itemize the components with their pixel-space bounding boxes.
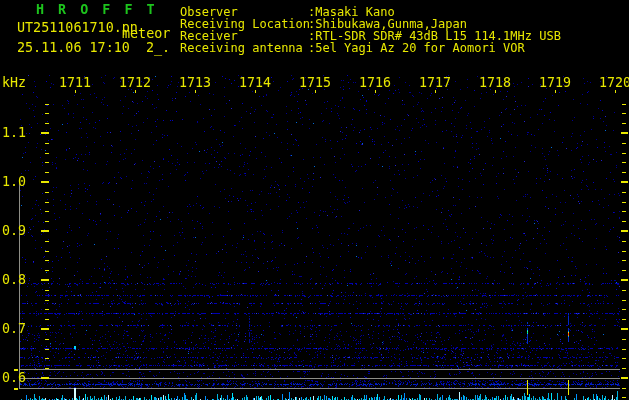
time-tick-label: 1715: [299, 76, 331, 89]
time-tick-label: 1718: [479, 76, 511, 89]
time-tick-label: 1712: [119, 76, 151, 89]
info-label: Receiving antenna: [180, 42, 303, 54]
freq-tick-label: 0.8: [2, 273, 26, 286]
freq-tick-label: 0.7: [2, 322, 26, 335]
time-tick-label: 1714: [239, 76, 271, 89]
freq-tick-label: 1.1: [2, 126, 26, 139]
hrofft-window: H R O F F T UT2511061710.pn meteor 25.11…: [0, 0, 629, 400]
freq-tick-label: 0.9: [2, 224, 26, 237]
freq-tick-label: 0.6: [2, 371, 26, 384]
time-tick-label: 1719: [539, 76, 571, 89]
freq-unit-label: kHz: [2, 76, 26, 89]
time-tick-label: 1713: [179, 76, 211, 89]
app-title: H R O F F T: [36, 3, 158, 16]
filename-label: UT2511061710.pn: [17, 21, 138, 34]
timestamp-label: 25.11.06 17:10: [17, 41, 130, 54]
station-name-label: meteor: [122, 27, 170, 40]
freq-tick-label: 1.0: [2, 175, 26, 188]
time-tick-label: 1717: [419, 76, 451, 89]
echo-counter-label: 2_.: [146, 41, 170, 54]
time-tick-label: 1716: [359, 76, 391, 89]
time-tick-label: 1720: [599, 76, 629, 89]
info-value: :5el Yagi Az 20 for Aomori VOR: [308, 42, 525, 54]
spectrogram-canvas: [0, 0, 629, 400]
time-tick-label: 1711: [59, 76, 91, 89]
